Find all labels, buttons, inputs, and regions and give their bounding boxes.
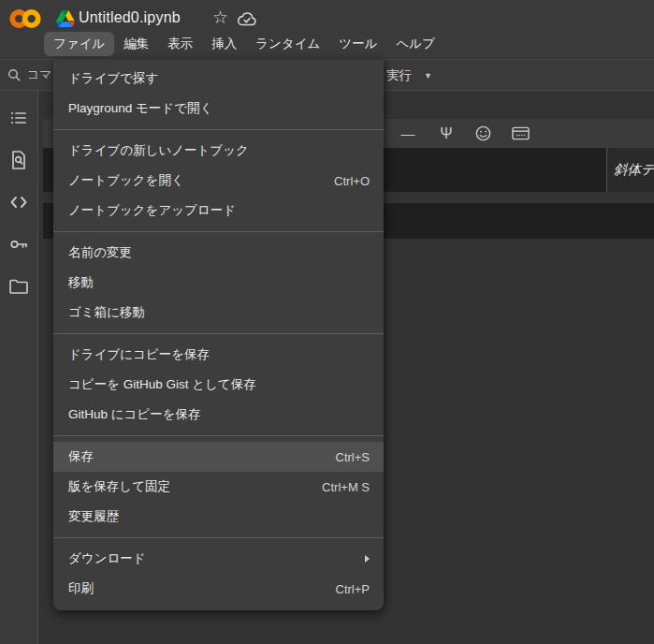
menu-item-label: 版を保存して固定	[68, 478, 170, 495]
menu-divider	[53, 129, 384, 130]
menubar-item[interactable]: 挿入	[202, 32, 246, 56]
menu-item-shortcut: Ctrl+P	[336, 582, 370, 596]
menu-item-label: ドライブの新しいノートブック	[68, 142, 249, 159]
menu-divider	[53, 231, 384, 232]
file-menu: ドライブで探すPlayground モードで開くドライブの新しいノートブックノー…	[53, 60, 384, 610]
menu-item-label: 変更履歴	[68, 508, 119, 525]
star-icon[interactable]: ☆	[212, 7, 228, 28]
menu-item-label: ダウンロード	[68, 550, 146, 567]
menu-divider	[53, 537, 384, 538]
file-menu-item[interactable]: 印刷Ctrl+P	[53, 574, 384, 604]
menubar-item[interactable]: ツール	[329, 32, 386, 56]
file-menu-item[interactable]: GitHub にコピーを保存	[53, 400, 384, 430]
submenu-arrow-icon	[365, 555, 370, 563]
menu-item-label: ノートブックをアップロード	[68, 202, 236, 219]
secrets-key-icon[interactable]	[7, 233, 30, 256]
file-menu-item[interactable]: ドライブの新しいノートブック	[53, 136, 384, 166]
file-menu-item[interactable]: コピーを GitHub Gist として保存	[53, 370, 384, 400]
menu-item-shortcut: Ctrl+S	[336, 450, 370, 464]
markdown-preview-pane: 斜体テキスト	[607, 148, 654, 192]
file-menu-item[interactable]: ドライブで探す	[53, 64, 384, 94]
menubar-item[interactable]: 編集	[114, 32, 158, 56]
menu-item-label: 移動	[68, 274, 94, 291]
menubar: ファイル編集表示挿入ランタイムツールヘルプ	[44, 32, 444, 56]
file-menu-item[interactable]: ノートブックをアップロード	[53, 196, 384, 226]
code-block-icon[interactable]	[508, 119, 532, 148]
menu-item-label: 印刷	[68, 580, 94, 597]
file-menu-item[interactable]: ダウンロード	[53, 544, 384, 574]
table-of-contents-icon[interactable]	[7, 107, 30, 129]
menu-item-label: GitHub にコピーを保存	[68, 406, 201, 423]
files-folder-icon[interactable]	[7, 275, 30, 298]
find-in-document-icon[interactable]	[7, 149, 30, 171]
menu-divider	[53, 333, 384, 334]
menubar-item[interactable]: ランタイム	[246, 32, 329, 56]
menubar-item[interactable]: ヘルプ	[387, 32, 444, 56]
menu-item-shortcut: Ctrl+M S	[322, 480, 370, 494]
run-button[interactable]: 実行 ▼	[386, 60, 432, 91]
file-menu-item[interactable]: 移動	[53, 268, 384, 298]
menu-item-label: ゴミ箱に移動	[68, 304, 145, 321]
file-menu-item[interactable]: 名前の変更	[53, 238, 384, 268]
menubar-item[interactable]: 表示	[158, 32, 202, 56]
file-menu-item[interactable]: ノートブックを開くCtrl+O	[53, 166, 384, 196]
file-menu-item[interactable]: 版を保存して固定Ctrl+M S	[53, 472, 384, 502]
menu-item-label: 保存	[68, 448, 94, 465]
sidebar	[0, 91, 38, 644]
cloud-saved-icon[interactable]	[236, 9, 258, 28]
drive-icon	[56, 10, 75, 27]
menu-divider	[53, 435, 384, 436]
menu-item-label: 名前の変更	[68, 244, 132, 261]
menu-item-label: ドライブで探す	[68, 70, 158, 87]
horizontal-rule-icon[interactable]: —	[396, 119, 420, 148]
caret-down-icon: ▼	[424, 71, 432, 80]
file-menu-item[interactable]: ドライブにコピーを保存	[53, 340, 384, 370]
run-label: 実行	[386, 67, 412, 84]
menu-item-label: ドライブにコピーを保存	[68, 346, 210, 363]
menu-item-label: コピーを GitHub Gist として保存	[68, 376, 256, 393]
file-menu-item[interactable]: 保存Ctrl+S	[53, 442, 384, 472]
titlebar: Untitled0.ipynb ☆ ファイル編集表示挿入ランタイムツールヘルプ	[0, 0, 654, 59]
menu-item-shortcut: Ctrl+O	[334, 174, 370, 188]
emoji-icon[interactable]	[471, 119, 495, 148]
menu-item-label: ノートブックを開く	[68, 172, 184, 189]
latex-psi-icon[interactable]: Ψ	[434, 119, 458, 148]
menu-item-label: Playground モードで開く	[68, 100, 212, 117]
file-menu-item[interactable]: Playground モードで開く	[53, 94, 384, 124]
file-menu-item[interactable]: ゴミ箱に移動	[53, 298, 384, 328]
search-icon	[7, 67, 22, 82]
colab-logo-icon	[7, 5, 43, 33]
menubar-item[interactable]: ファイル	[44, 32, 114, 56]
notebook-title[interactable]: Untitled0.ipynb	[79, 9, 181, 26]
code-snippets-icon[interactable]	[7, 191, 30, 213]
file-menu-item[interactable]: 変更履歴	[53, 502, 384, 532]
colab-window: Untitled0.ipynb ☆ ファイル編集表示挿入ランタイムツールヘルプ …	[0, 0, 654, 644]
italic-preview-text: 斜体テキスト	[607, 148, 654, 192]
